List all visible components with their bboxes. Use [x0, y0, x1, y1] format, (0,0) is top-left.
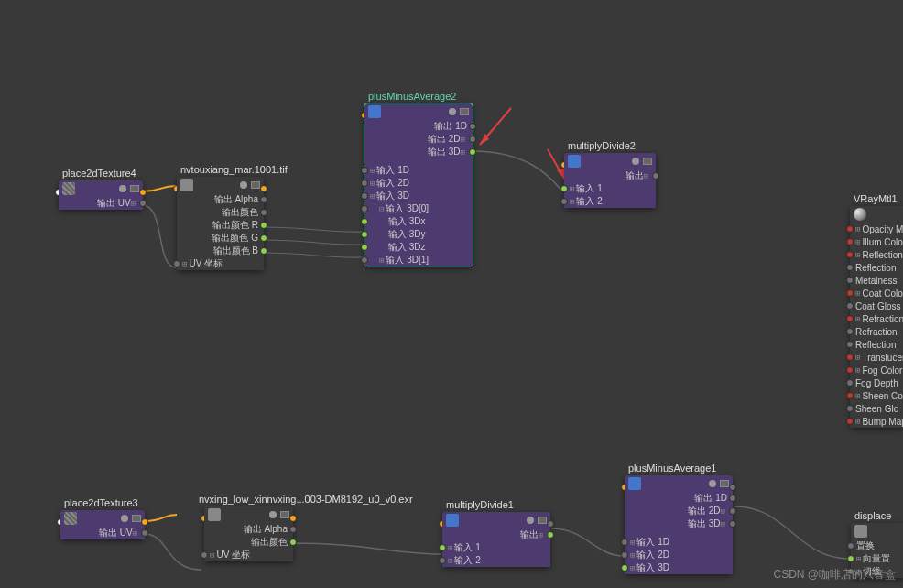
node-title: multiplyDivide2	[564, 138, 639, 153]
utility-icon	[446, 514, 459, 527]
utility-icon	[568, 155, 581, 168]
image-thumb-icon	[180, 179, 193, 191]
node-title: plusMinusAverage1	[625, 461, 720, 475]
node-title: nvtouxiang_mar.1001.tif	[177, 162, 291, 177]
utility-icon	[368, 105, 381, 118]
material-sphere-icon	[854, 208, 866, 221]
node-place2dtexture3[interactable]: place2dTexture3 输出 UV⊞	[60, 510, 145, 539]
node-title: displace	[851, 508, 895, 523]
node-plusminusaverage1[interactable]: plusMinusAverage1 输出 1D 输出 2D⊞ 输出 3D⊞ ⊞输…	[625, 475, 733, 574]
node-file1[interactable]: nvtouxiang_mar.1001.tif 输出 Alpha 输出颜色 输出…	[177, 177, 264, 270]
watermark: CSDN @咖啡店的八音盒	[773, 567, 896, 583]
utility-icon	[628, 477, 641, 490]
svg-marker-0	[480, 134, 489, 145]
texture-icon	[62, 182, 75, 195]
node-title: plusMinusAverage2	[364, 89, 460, 103]
node-multiplydivide1[interactable]: multiplyDivide1 输出⊞ ⊞输入 1 ⊞输入 2	[442, 512, 550, 567]
node-plusminusaverage2[interactable]: plusMinusAverage2 输出 1D 输出 2D⊞ 输出 3D⊞ ⊞输…	[364, 103, 473, 267]
node-title: place2dTexture3	[60, 495, 142, 510]
node-file2[interactable]: nvxing_low_xinnvxing...003-DM8192_u0_v0.…	[204, 506, 293, 561]
node-vraymtl1[interactable]: VRayMtl1 ⊞Opacity M ⊞Illum Colo ⊞Reflect…	[850, 206, 903, 428]
node-title: nvxing_low_xinnvxing...003-DM8192_u0_v0.…	[195, 492, 417, 506]
node-place2dtexture4[interactable]: place2dTexture4 输出 UV⊞	[59, 180, 143, 210]
utility-icon	[854, 525, 867, 538]
texture-icon	[64, 512, 77, 525]
node-title: place2dTexture4	[59, 166, 140, 180]
node-title: multiplyDivide1	[442, 497, 517, 512]
node-title: VRayMtl1	[850, 191, 901, 206]
image-thumb-icon	[208, 508, 221, 521]
node-multiplydivide2[interactable]: multiplyDivide2 输出⊞ ⊞输入 1 ⊞输入 2	[564, 153, 656, 208]
